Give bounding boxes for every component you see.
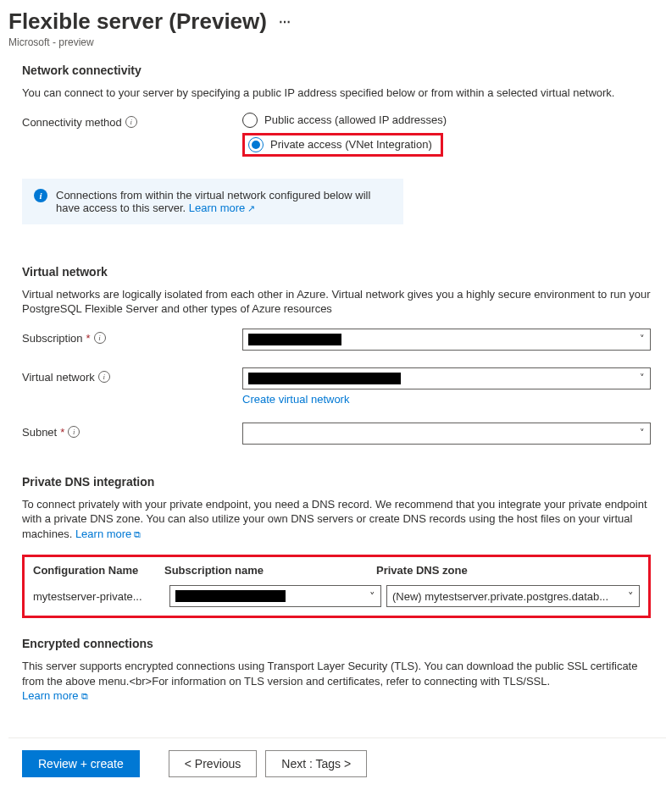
dns-subscription-select[interactable]: ˅ (169, 585, 381, 607)
chevron-down-icon: ˅ (640, 334, 645, 345)
dns-learn-more-link[interactable]: Learn more (75, 528, 142, 540)
section-vnet-heading: Virtual network (22, 265, 651, 279)
chevron-down-icon: ˅ (369, 590, 375, 603)
info-badge-icon: i (34, 189, 47, 202)
radio-checked-icon (248, 137, 264, 152)
create-virtual-network-link[interactable]: Create virtual network (242, 393, 349, 406)
virtual-network-label: Virtual network (22, 371, 95, 384)
redacted-value (248, 334, 341, 345)
subnet-select[interactable]: ˅ (242, 423, 651, 445)
radio-public-access[interactable]: Public access (allowed IP addresses) (242, 113, 651, 128)
required-asterisk: * (86, 332, 91, 345)
enc-learn-more-link[interactable]: Learn more (22, 689, 88, 702)
subnet-label: Subnet (22, 426, 57, 439)
vnet-description: Virtual networks are logically isolated … (22, 287, 651, 317)
redacted-value (248, 373, 401, 384)
section-dns-heading: Private DNS integration (22, 475, 651, 489)
config-name-value: mytestserver-private... (33, 590, 164, 603)
chevron-down-icon: ˅ (628, 590, 634, 603)
info-icon[interactable]: i (125, 116, 137, 128)
divider (8, 737, 666, 738)
info-icon[interactable]: i (68, 426, 80, 438)
chevron-down-icon: ˅ (640, 373, 645, 384)
connectivity-method-label: Connectivity method (22, 116, 122, 129)
highlight-private-access: Private access (VNet Integration) (242, 133, 443, 157)
highlight-dns-config: Configuration Name Subscription name Pri… (22, 555, 651, 618)
dns-zone-select[interactable]: (New) mytestserver.private.postgres.data… (386, 585, 640, 607)
dns-zone-value: (New) mytestserver.private.postgres.data… (392, 590, 608, 603)
radio-private-access[interactable]: Private access (VNet Integration) (248, 137, 432, 152)
next-button[interactable]: Next : Tags > (265, 750, 367, 777)
virtual-network-select[interactable]: ˅ (242, 367, 651, 389)
info-learn-more-link[interactable]: Learn more (189, 202, 256, 214)
radio-private-label: Private access (VNet Integration) (270, 138, 432, 151)
subscription-select[interactable]: ˅ (242, 329, 651, 351)
network-description: You can connect to your server by specif… (22, 86, 651, 101)
subscription-label: Subscription (22, 332, 83, 345)
chevron-down-icon: ˅ (640, 428, 645, 439)
more-menu-icon[interactable]: ⋯ (279, 15, 291, 29)
page-title: Flexible server (Preview) (8, 8, 267, 35)
section-network-heading: Network connectivity (22, 64, 651, 77)
col-subscription-name: Subscription name (164, 564, 376, 577)
review-create-button[interactable]: Review + create (22, 750, 140, 777)
info-icon[interactable]: i (94, 332, 106, 344)
radio-unchecked-icon (242, 113, 258, 128)
section-encrypted-heading: Encrypted connections (22, 637, 651, 650)
info-callout: i Connections from within the virtual ne… (22, 179, 403, 224)
info-icon[interactable]: i (98, 371, 110, 383)
required-asterisk: * (60, 426, 64, 439)
col-private-dns-zone: Private DNS zone (376, 564, 640, 577)
encrypted-description: This server supports encrypted connectio… (22, 660, 637, 688)
radio-public-label: Public access (allowed IP addresses) (264, 113, 447, 126)
redacted-value (175, 590, 286, 602)
page-subtitle: Microsoft - preview (8, 36, 666, 48)
col-configuration-name: Configuration Name (33, 564, 164, 577)
previous-button[interactable]: < Previous (169, 750, 258, 777)
